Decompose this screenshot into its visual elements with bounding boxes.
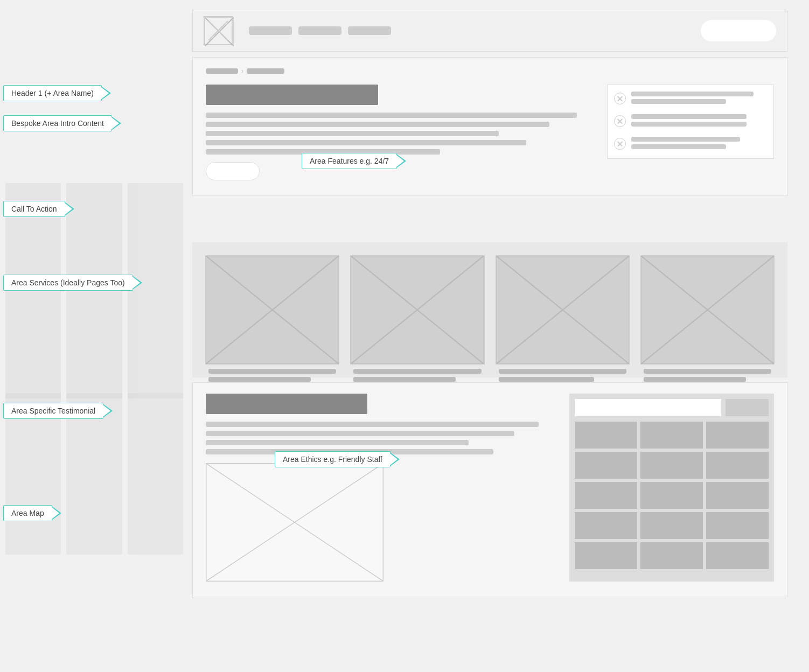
right-card bbox=[569, 394, 774, 582]
sl-2b bbox=[353, 377, 456, 382]
service-card-4 bbox=[640, 255, 775, 365]
section-services bbox=[192, 242, 787, 377]
breadcrumb-separator: › bbox=[241, 67, 243, 75]
grid-cell-10 bbox=[575, 512, 637, 539]
nav-pill-3 bbox=[348, 26, 391, 35]
service-img-4 bbox=[640, 255, 775, 365]
sl-2a bbox=[353, 369, 481, 374]
grid-cell-2 bbox=[640, 422, 703, 449]
label-services: Area Services (Ideally Pages Too) bbox=[3, 275, 133, 291]
hero-intro-text bbox=[206, 113, 596, 155]
label-ethics-text: Area Ethics e.g. Friendly Staff bbox=[283, 455, 382, 464]
label-header1-text: Header 1 (+ Area Name) bbox=[11, 89, 94, 97]
breadcrumb: › bbox=[206, 67, 774, 75]
label-map-text: Area Map bbox=[11, 509, 44, 517]
bottom-content bbox=[206, 394, 774, 582]
sl-4a bbox=[644, 369, 771, 374]
grid-cell-11 bbox=[640, 512, 703, 539]
nav-cta-button[interactable] bbox=[701, 20, 776, 41]
feature-item-1 bbox=[614, 92, 767, 107]
feature-icon-3 bbox=[614, 138, 626, 150]
sl-3a bbox=[499, 369, 626, 374]
grid-cell-9 bbox=[706, 482, 769, 509]
test-line-3 bbox=[206, 440, 469, 445]
testimonial-title-placeholder bbox=[206, 394, 367, 414]
nav-item-1[interactable] bbox=[249, 26, 294, 35]
feature-icon-1 bbox=[614, 93, 626, 104]
label-features-text: Area Features e.g. 24/7 bbox=[310, 157, 389, 165]
feature-line-3b bbox=[631, 144, 726, 149]
testimonial-text bbox=[206, 422, 556, 454]
bottom-left bbox=[206, 394, 556, 582]
nav-bar bbox=[192, 10, 787, 52]
feature-line-3a bbox=[631, 137, 740, 142]
nav-item-2[interactable] bbox=[298, 26, 344, 35]
grid-cell-12 bbox=[706, 512, 769, 539]
label-map: Area Map bbox=[3, 505, 52, 521]
nav-pill-1 bbox=[249, 26, 292, 35]
right-card-top bbox=[575, 399, 769, 416]
label-testimonial: Area Specific Testimonial bbox=[3, 403, 103, 419]
label-bespoke-text: Bespoke Area Intro Content bbox=[11, 119, 104, 128]
feature-lines-3 bbox=[631, 137, 767, 152]
nav-menu bbox=[249, 26, 391, 35]
right-grid bbox=[575, 422, 769, 569]
feature-line-2b bbox=[631, 122, 747, 127]
service-img-3 bbox=[496, 255, 630, 365]
label-cta-text: Call To Action bbox=[11, 205, 57, 213]
hero-line-1 bbox=[206, 113, 577, 118]
test-line-2 bbox=[206, 431, 514, 436]
feature-line-1b bbox=[631, 99, 726, 104]
hero-title-placeholder bbox=[206, 85, 378, 105]
label-services-text: Area Services (Ideally Pages Too) bbox=[11, 278, 125, 287]
feature-lines-2 bbox=[631, 114, 767, 129]
breadcrumb-home bbox=[206, 68, 238, 74]
nav-pill-2 bbox=[298, 26, 341, 35]
grid-cell-13 bbox=[575, 542, 637, 569]
service-card-3 bbox=[496, 255, 630, 365]
label-features: Area Features e.g. 24/7 bbox=[302, 153, 397, 169]
breadcrumb-current bbox=[247, 68, 284, 74]
bottom-right bbox=[569, 394, 774, 582]
services-grid bbox=[205, 255, 775, 365]
label-header1: Header 1 (+ Area Name) bbox=[3, 85, 102, 101]
grid-cell-7 bbox=[575, 482, 637, 509]
hero-line-4 bbox=[206, 140, 526, 145]
service-card-1 bbox=[205, 255, 339, 365]
grid-cell-6 bbox=[706, 452, 769, 479]
hero-cta-button[interactable] bbox=[206, 162, 260, 180]
grid-cell-4 bbox=[575, 452, 637, 479]
feature-icon-2 bbox=[614, 115, 626, 127]
label-cta: Call To Action bbox=[3, 201, 65, 217]
ghost-col-b3 bbox=[128, 393, 183, 555]
sl-1a bbox=[208, 369, 336, 374]
right-input-small[interactable] bbox=[726, 399, 769, 416]
map-placeholder bbox=[206, 463, 383, 582]
feature-line-1a bbox=[631, 92, 754, 96]
ghost-col-2 bbox=[66, 183, 122, 398]
nav-item-3[interactable] bbox=[348, 26, 391, 35]
grid-cell-14 bbox=[640, 542, 703, 569]
grid-cell-1 bbox=[575, 422, 637, 449]
label-ethics: Area Ethics e.g. Friendly Staff bbox=[275, 451, 390, 467]
feature-item-3 bbox=[614, 137, 767, 152]
right-input-wide[interactable] bbox=[575, 399, 721, 416]
grid-cell-8 bbox=[640, 482, 703, 509]
label-bespoke: Bespoke Area Intro Content bbox=[3, 115, 112, 131]
grid-cell-5 bbox=[640, 452, 703, 479]
hero-features-box bbox=[607, 85, 774, 159]
hero-line-2 bbox=[206, 122, 549, 127]
sl-3b bbox=[499, 377, 595, 382]
nav-logo bbox=[204, 16, 233, 45]
ghost-col-3 bbox=[128, 183, 183, 398]
sl-4b bbox=[644, 377, 746, 382]
service-img-2 bbox=[350, 255, 484, 365]
hero-line-3 bbox=[206, 131, 499, 136]
feature-line-2a bbox=[631, 114, 747, 119]
feature-lines-1 bbox=[631, 92, 767, 107]
grid-cell-3 bbox=[706, 422, 769, 449]
grid-cell-15 bbox=[706, 542, 769, 569]
hero-content-row bbox=[206, 85, 774, 180]
service-card-2 bbox=[350, 255, 484, 365]
section-hero: › bbox=[192, 57, 787, 196]
